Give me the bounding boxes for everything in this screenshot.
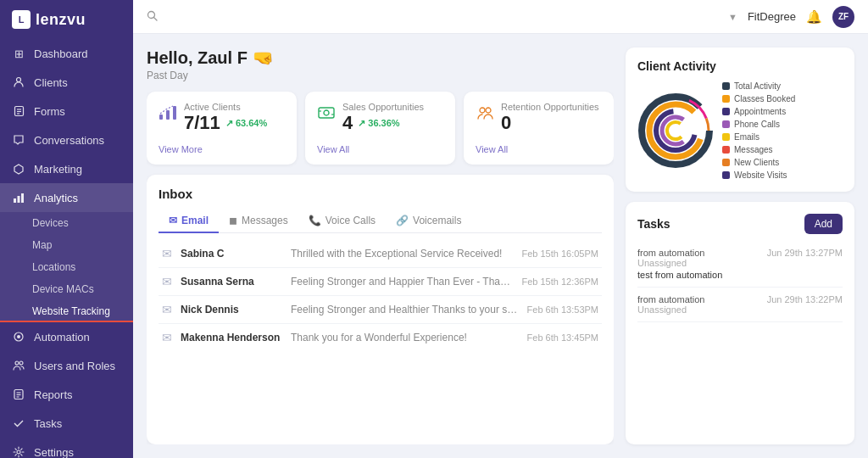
svg-rect-7	[21, 193, 24, 203]
main-area: ▼ FitDegree 🔔 ZF Hello, Zaul F 🤜 Past Da…	[133, 0, 868, 458]
legend-item: Website Visits	[722, 170, 795, 180]
legend-item: Emails	[722, 132, 795, 142]
sidebar-item-analytics[interactable]: Analytics	[0, 183, 133, 212]
users-icon	[12, 359, 25, 372]
legend-dot	[722, 82, 730, 90]
task-item[interactable]: from automation Jun 29th 13:22PM Unassig…	[637, 288, 843, 322]
sidebar-item-users-roles[interactable]: Users and Roles	[0, 351, 133, 380]
sidebar-item-reports[interactable]: Reports	[0, 380, 133, 409]
legend-item: Messages	[722, 145, 795, 154]
forms-icon	[12, 104, 25, 118]
search-input[interactable]	[163, 10, 721, 23]
analytics-submenu: Devices Map Locations Device MACs Websit…	[0, 212, 133, 322]
svg-point-26	[480, 108, 485, 113]
sidebar-item-map[interactable]: Map	[0, 234, 133, 256]
tab-voicemails[interactable]: 🔗 Voicemails	[386, 209, 471, 233]
sidebar-item-conversations[interactable]: Conversations	[0, 126, 133, 154]
inbox-row[interactable]: ✉ Susanna Serna Feeling Stronger and Hap…	[159, 268, 602, 296]
greeting: Hello, Zaul F 🤜	[147, 47, 614, 68]
period-label: Past Day	[147, 70, 614, 81]
sidebar-item-tasks[interactable]: Tasks	[0, 409, 133, 438]
stat-title: Retention Opportunities	[501, 102, 602, 112]
email-time: Feb 6th 13:45PM	[527, 332, 598, 343]
legend-dot	[722, 108, 730, 115]
view-all-link-sales[interactable]: View All	[317, 144, 443, 154]
sidebar-item-label: Tasks	[34, 417, 62, 430]
sidebar-item-clients[interactable]: Clients	[0, 68, 133, 97]
svg-rect-22	[319, 108, 334, 118]
tab-email[interactable]: ✉ Email	[159, 209, 219, 233]
email-preview: Feeling Stronger and Happier Than Ever -…	[291, 276, 513, 288]
email-time: Feb 15th 12:36PM	[521, 276, 598, 287]
active-clients-icon	[159, 103, 177, 125]
view-all-link-retention[interactable]: View All	[476, 144, 602, 154]
sidebar-item-label: Users and Roles	[34, 360, 115, 372]
sidebar-item-automation[interactable]: Automation	[0, 322, 133, 351]
stat-info: Sales Opportunities 4 ↗ 36.36%	[342, 102, 443, 134]
add-task-button[interactable]: Add	[804, 214, 843, 234]
sidebar-item-label: Automation	[34, 331, 90, 344]
stat-title: Active Clients	[184, 102, 285, 112]
stat-header: Sales Opportunities 4 ↗ 36.36%	[317, 102, 443, 134]
legend-label: Total Activity	[734, 81, 781, 91]
company-name: FitDegree	[748, 10, 796, 23]
inbox-row[interactable]: ✉ Sabina C Thrilled with the Exceptional…	[159, 240, 602, 268]
stat-card-retention: Retention Opportunities 0 View All	[464, 92, 614, 165]
svg-point-27	[486, 108, 491, 113]
stat-header: Active Clients 7/11 ↗ 63.64%	[159, 102, 285, 134]
stat-card-sales: Sales Opportunities 4 ↗ 36.36% View All	[305, 92, 455, 165]
content: Hello, Zaul F 🤜 Past Day Active Clients	[133, 34, 868, 458]
sidebar-item-locations[interactable]: Locations	[0, 256, 133, 278]
sales-icon	[317, 103, 336, 125]
sidebar-item-label: Settings	[34, 446, 74, 459]
svg-rect-5	[14, 198, 16, 203]
sender-name: Sabina C	[181, 248, 282, 260]
sidebar-item-label: Marketing	[34, 163, 82, 176]
devices-label: Devices	[32, 217, 69, 229]
sidebar-item-marketing[interactable]: Marketing	[0, 154, 133, 183]
sidebar-item-devices[interactable]: Devices	[0, 212, 133, 234]
sidebar-item-dashboard[interactable]: ⊞ Dashboard	[0, 39, 133, 68]
svg-rect-6	[18, 196, 20, 203]
settings-icon	[12, 445, 25, 458]
task-text: test from automation	[637, 270, 843, 280]
sidebar-item-website-tracking[interactable]: Website Tracking	[0, 300, 133, 322]
website-tracking-label: Website Tracking	[32, 305, 110, 317]
logo-icon: L	[12, 10, 31, 29]
stat-value: 0	[501, 112, 602, 134]
bell-icon[interactable]: 🔔	[806, 9, 822, 25]
svg-rect-20	[166, 110, 170, 120]
sidebar-item-settings[interactable]: Settings	[0, 438, 133, 458]
email-icon: ✉	[162, 331, 172, 344]
topbar: ▼ FitDegree 🔔 ZF	[133, 0, 868, 34]
tasks-list: from automation Jun 29th 13:27PM Unassig…	[637, 241, 843, 433]
tab-messages[interactable]: ◼ Messages	[219, 209, 298, 233]
stat-card-active-clients: Active Clients 7/11 ↗ 63.64% View More	[147, 92, 297, 165]
sender-name: Susanna Serna	[181, 276, 282, 288]
sidebar-item-device-macs[interactable]: Device MACs	[0, 278, 133, 300]
email-tab-icon: ✉	[169, 215, 177, 226]
stat-value: 7/11 ↗ 63.64%	[184, 112, 285, 134]
email-icon: ✉	[162, 275, 172, 288]
stat-info: Active Clients 7/11 ↗ 63.64%	[184, 102, 285, 134]
stats-row: Active Clients 7/11 ↗ 63.64% View More	[147, 92, 614, 165]
voice-calls-tab-icon: 📞	[309, 215, 321, 226]
stat-trend: ↗ 63.64%	[225, 118, 267, 129]
inbox-row[interactable]: ✉ Nick Dennis Feeling Stronger and Healt…	[159, 296, 602, 324]
tab-email-label: Email	[181, 215, 209, 226]
svg-point-32	[667, 122, 684, 139]
email-preview: Thrilled with the Exceptional Service Re…	[291, 248, 513, 260]
tab-voice-calls[interactable]: 📞 Voice Calls	[298, 209, 386, 233]
sidebar-item-forms[interactable]: Forms	[0, 97, 133, 126]
svg-point-0	[17, 78, 21, 82]
task-item[interactable]: from automation Jun 29th 13:27PM Unassig…	[637, 241, 843, 288]
inbox-row[interactable]: ✉ Makenna Henderson Thank you for a Wond…	[159, 324, 602, 351]
stat-value: 4 ↗ 36.36%	[342, 112, 443, 134]
activity-content: Total Activity Classes Booked Appointmen…	[637, 81, 843, 180]
chevron-down-icon: ▼	[728, 12, 737, 22]
view-more-link[interactable]: View More	[159, 144, 285, 154]
legend-label: Emails	[734, 132, 760, 142]
svg-rect-21	[173, 106, 176, 120]
svg-point-23	[324, 110, 329, 115]
stat-header: Retention Opportunities 0	[476, 102, 602, 134]
